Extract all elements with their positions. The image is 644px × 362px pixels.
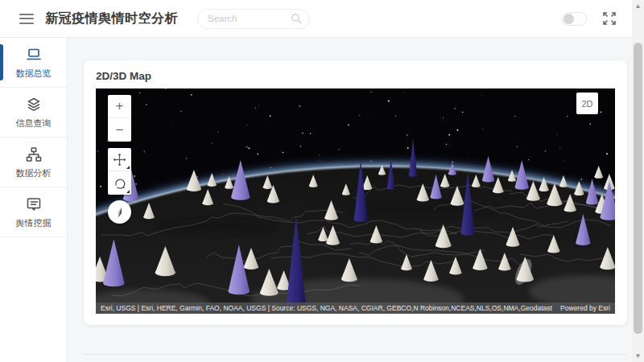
org-chart-icon: [25, 146, 43, 163]
search-icon: [291, 13, 302, 24]
pan-tool-button[interactable]: [108, 148, 131, 171]
compass-needle-icon: [114, 206, 126, 219]
sidebar-item-label: 数据总览: [16, 68, 52, 80]
fullscreen-icon[interactable]: [601, 10, 617, 27]
active-indicator-bar: [0, 44, 3, 80]
sidebar-item-opinion-mining[interactable]: 舆情挖掘: [0, 187, 67, 237]
app-root: ▲ ▼ 新冠疫情舆情时空分析: [0, 0, 644, 362]
vertical-scrollbar[interactable]: ▲ ▼: [632, 0, 644, 362]
scrollbar-thumb[interactable]: [634, 43, 642, 334]
scroll-up-arrow-icon[interactable]: ▲: [632, 0, 644, 12]
toggle-knob: [564, 14, 574, 24]
navigation-panel: [108, 148, 131, 195]
main-content: 2D/3D Map + −: [68, 38, 632, 362]
sidebar-item-data-overview[interactable]: 数据总览: [0, 38, 67, 88]
pan-icon: [113, 153, 126, 167]
comment-icon: [25, 195, 43, 213]
header: 新冠疫情舆情时空分析: [0, 0, 632, 38]
hamburger-menu-icon[interactable]: [19, 14, 34, 24]
theme-toggle[interactable]: [562, 12, 587, 26]
sidebar-item-data-analysis[interactable]: 数据分析: [0, 138, 67, 187]
card-title: 2D/3D Map: [96, 70, 615, 82]
zoom-in-button[interactable]: +: [108, 95, 131, 118]
rotate-icon: [114, 177, 126, 190]
map-attribution-bar: Esri, USGS | Esri, HERE, Garmin, FAO, NO…: [96, 302, 615, 314]
globe-map-3d[interactable]: + −: [96, 88, 615, 314]
compass-button[interactable]: [108, 200, 131, 224]
sidebar-item-info-query[interactable]: 信息查询: [0, 88, 67, 138]
page-title: 新冠疫情舆情时空分析: [45, 10, 178, 27]
rotate-tool-button[interactable]: [108, 171, 131, 195]
search-box[interactable]: [197, 9, 310, 29]
view-2d-toggle-button[interactable]: 2D: [576, 93, 598, 114]
laptop-icon: [25, 46, 43, 64]
content-container: 数据总览 信息查询 数据分析: [0, 38, 632, 362]
attribution-text: Esri, USGS | Esri, HERE, Garmin, FAO, NO…: [101, 304, 552, 312]
section-divider: [84, 354, 627, 355]
sidebar: 数据总览 信息查询 数据分析: [0, 38, 68, 362]
sidebar-item-label: 信息查询: [16, 117, 52, 130]
layers-icon: [25, 96, 43, 113]
search-input[interactable]: [208, 14, 291, 23]
scroll-down-arrow-icon[interactable]: ▼: [632, 350, 644, 362]
map-card: 2D/3D Map + −: [84, 60, 627, 325]
flyout-corner-icon: [126, 190, 130, 193]
zoom-out-button[interactable]: −: [108, 118, 131, 142]
zoom-panel: + −: [108, 95, 131, 142]
sidebar-item-label: 数据分析: [16, 167, 52, 179]
powered-by-esri-link[interactable]: Powered by Esri: [560, 304, 610, 312]
sidebar-item-label: 舆情挖掘: [16, 217, 52, 229]
map-scene: [96, 88, 615, 314]
flyout-corner-icon: [126, 166, 130, 169]
